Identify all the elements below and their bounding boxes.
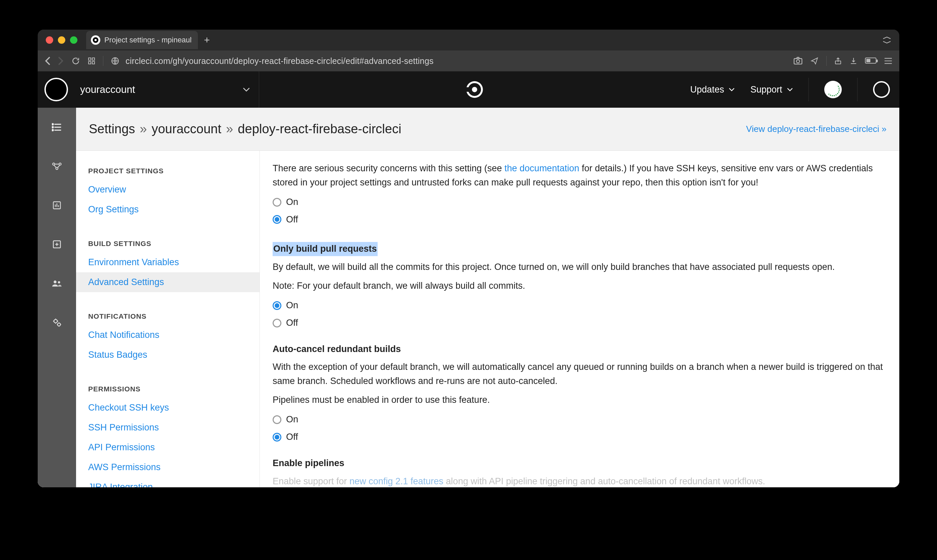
sec1-radio-group: On Off bbox=[272, 195, 886, 227]
header-right-menu: Updates Support bbox=[690, 78, 899, 101]
battery-icon bbox=[865, 56, 876, 66]
sec2-description: By default, we will build all the commit… bbox=[272, 260, 886, 274]
screenshot-icon[interactable] bbox=[793, 57, 803, 65]
sidebar-item-env-vars[interactable]: Environment Variables bbox=[76, 252, 260, 272]
forward-button[interactable] bbox=[57, 56, 64, 66]
org-avatar bbox=[45, 78, 68, 101]
url-text: circleci.com/gh/youraccount/deploy-react… bbox=[126, 56, 434, 66]
rail-insights-icon[interactable] bbox=[51, 199, 63, 211]
sidebar-item-jira-integration[interactable]: JIRA Integration bbox=[76, 477, 260, 487]
send-icon[interactable] bbox=[810, 57, 819, 65]
svg-rect-4 bbox=[89, 62, 91, 64]
settings-sidebar: PROJECT SETTINGS Overview Org Settings B… bbox=[76, 151, 260, 487]
new-tab-button[interactable]: + bbox=[198, 34, 216, 46]
main-area: Settings » youraccount » deploy-react-fi… bbox=[76, 108, 899, 487]
app-header: youraccount Updates Support bbox=[38, 71, 899, 108]
download-icon[interactable] bbox=[849, 57, 858, 65]
tab-title: Project settings - mpineault/d bbox=[104, 36, 192, 45]
apps-grid-icon[interactable] bbox=[88, 57, 95, 65]
documentation-link[interactable]: the documentation bbox=[505, 163, 579, 173]
browser-tab[interactable]: Project settings - mpineault/d bbox=[86, 31, 198, 49]
org-switcher[interactable]: youraccount bbox=[38, 71, 259, 108]
svg-point-16 bbox=[52, 129, 54, 131]
sec4-description: Enable support for new config 2.1 featur… bbox=[272, 474, 886, 488]
sec3-description: With the exception of your default branc… bbox=[272, 360, 886, 388]
svg-rect-3 bbox=[92, 58, 95, 60]
crumb-settings: Settings bbox=[89, 122, 135, 136]
menu-icon[interactable] bbox=[884, 57, 892, 65]
svg-point-22 bbox=[54, 280, 57, 283]
svg-point-23 bbox=[58, 281, 60, 283]
user-avatar[interactable] bbox=[873, 81, 890, 98]
svg-rect-5 bbox=[92, 62, 95, 64]
window-controls bbox=[46, 36, 77, 44]
circleci-favicon bbox=[91, 35, 100, 45]
sidebar-item-chat-notifications[interactable]: Chat Notifications bbox=[76, 325, 260, 345]
updates-menu[interactable]: Updates bbox=[690, 85, 735, 95]
status-gauge-icon[interactable] bbox=[824, 81, 842, 98]
site-info-icon[interactable] bbox=[111, 57, 120, 65]
sec3-radio-on[interactable]: On bbox=[272, 412, 886, 427]
sec4-title: Enable pipelines bbox=[272, 456, 886, 471]
svg-point-15 bbox=[52, 126, 54, 128]
svg-point-12 bbox=[472, 87, 478, 92]
close-window-button[interactable] bbox=[46, 36, 53, 44]
sec1-radio-off[interactable]: Off bbox=[272, 213, 886, 227]
sec3-radio-group: On Off bbox=[272, 412, 886, 444]
rail-settings-icon[interactable] bbox=[51, 316, 63, 328]
address-bar[interactable]: circleci.com/gh/youraccount/deploy-react… bbox=[111, 56, 786, 66]
svg-rect-2 bbox=[89, 58, 91, 60]
svg-point-17 bbox=[52, 163, 54, 165]
nav-rail bbox=[38, 108, 76, 487]
sidebar-item-status-badges[interactable]: Status Badges bbox=[76, 345, 260, 365]
breadcrumb-separator: » bbox=[226, 122, 233, 136]
svg-point-8 bbox=[796, 60, 799, 63]
svg-point-1 bbox=[95, 39, 97, 42]
rail-workflows-icon[interactable] bbox=[51, 160, 63, 172]
sec3-radio-off[interactable]: Off bbox=[272, 430, 886, 444]
sidebar-item-overview[interactable]: Overview bbox=[76, 180, 260, 200]
view-project-link[interactable]: View deploy-react-firebase-circleci » bbox=[746, 124, 886, 134]
settings-pane: There are serious security concerns with… bbox=[260, 151, 899, 487]
svg-point-18 bbox=[59, 163, 61, 165]
svg-rect-13 bbox=[465, 87, 471, 92]
fullscreen-window-button[interactable] bbox=[70, 36, 77, 44]
breadcrumb: Settings » youraccount » deploy-react-fi… bbox=[89, 122, 401, 136]
sec2-title: Only build pull requests bbox=[272, 242, 378, 256]
sec2-radio-off[interactable]: Off bbox=[272, 316, 886, 330]
share-icon[interactable] bbox=[834, 57, 842, 65]
app-body: Settings » youraccount » deploy-react-fi… bbox=[38, 108, 899, 487]
rail-add-icon[interactable] bbox=[51, 238, 63, 251]
sidebar-item-aws-permissions[interactable]: AWS Permissions bbox=[76, 457, 260, 477]
sidebar-item-advanced-settings[interactable]: Advanced Settings bbox=[76, 272, 260, 292]
sidebar-item-org-settings[interactable]: Org Settings bbox=[76, 200, 260, 219]
reload-button[interactable] bbox=[71, 57, 80, 65]
chevron-down-icon bbox=[243, 87, 250, 92]
svg-point-24 bbox=[54, 319, 57, 323]
sidebar-item-ssh-permissions[interactable]: SSH Permissions bbox=[76, 418, 260, 437]
crumb-project: deploy-react-firebase-circleci bbox=[238, 122, 402, 136]
sidebar-section-title: PROJECT SETTINGS bbox=[76, 161, 260, 180]
circleci-logo[interactable] bbox=[259, 80, 690, 98]
sec1-radio-on[interactable]: On bbox=[272, 195, 886, 209]
new-config-link[interactable]: new config 2.1 features bbox=[349, 476, 443, 486]
tab-strip: Project settings - mpineault/d + bbox=[38, 29, 899, 51]
browser-window: Project settings - mpineault/d + circlec… bbox=[38, 29, 899, 487]
sec2-radio-group: On Off bbox=[272, 298, 886, 330]
sec2-radio-on[interactable]: On bbox=[272, 298, 886, 313]
back-button[interactable] bbox=[45, 56, 51, 66]
rail-team-icon[interactable] bbox=[51, 277, 63, 289]
sidebar-item-api-permissions[interactable]: API Permissions bbox=[76, 437, 260, 457]
updates-label: Updates bbox=[690, 85, 724, 95]
crumb-org: youraccount bbox=[151, 122, 221, 136]
sec2-note: Note: For your default branch, we will a… bbox=[272, 279, 886, 293]
support-label: Support bbox=[750, 85, 782, 95]
minimize-window-button[interactable] bbox=[58, 36, 65, 44]
support-menu[interactable]: Support bbox=[750, 85, 793, 95]
sidebar-section-title: PERMISSIONS bbox=[76, 379, 260, 398]
org-name: youraccount bbox=[80, 84, 243, 95]
rail-list-icon[interactable] bbox=[51, 121, 63, 133]
tabs-overflow-icon[interactable] bbox=[879, 37, 895, 43]
browser-toolbar: circleci.com/gh/youraccount/deploy-react… bbox=[38, 51, 899, 71]
sidebar-item-checkout-ssh-keys[interactable]: Checkout SSH keys bbox=[76, 398, 260, 418]
